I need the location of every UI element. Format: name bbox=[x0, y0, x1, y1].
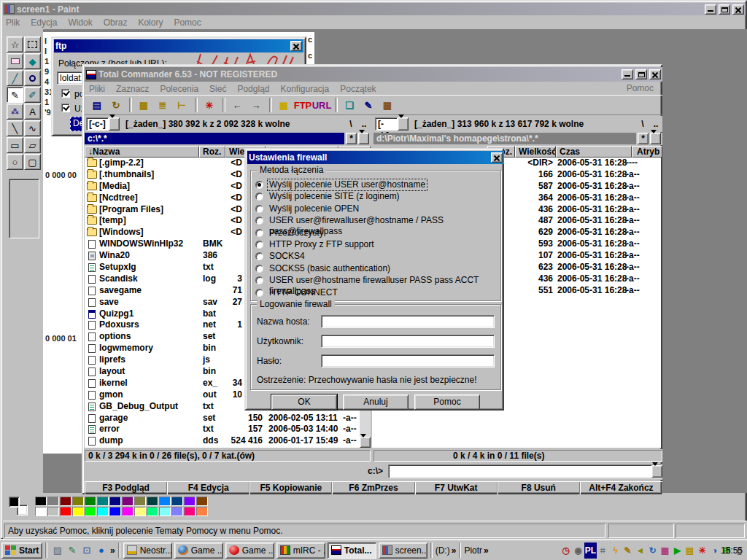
full-view-icon[interactable]: ≣ bbox=[153, 96, 172, 114]
rect-select[interactable] bbox=[24, 36, 41, 52]
piotr-toolbar-label[interactable]: Piotr bbox=[464, 545, 482, 556]
eyedropper[interactable]: ╱ bbox=[7, 70, 23, 86]
tray-globe-icon[interactable]: ◑ bbox=[708, 542, 721, 559]
curve[interactable]: ∿ bbox=[24, 120, 41, 136]
radio-icon[interactable] bbox=[255, 289, 263, 297]
fkey-button[interactable]: F3 Podgląd bbox=[85, 482, 167, 494]
command-line-input[interactable] bbox=[388, 464, 662, 478]
ftp-url-icon[interactable]: URL bbox=[312, 96, 331, 114]
palette-color[interactable] bbox=[72, 497, 84, 506]
text[interactable]: A bbox=[24, 104, 41, 120]
left-root-button[interactable]: \ bbox=[346, 119, 356, 129]
tray-keyboard-layout[interactable]: PL bbox=[584, 542, 597, 559]
firewall-method-option[interactable]: SOCKS5 (basic authentication) bbox=[251, 263, 500, 275]
palette-color[interactable] bbox=[35, 507, 47, 516]
radio-icon[interactable] bbox=[255, 252, 263, 260]
task-button[interactable]: Total... bbox=[328, 542, 376, 559]
tc-menu-item[interactable]: Konfiguracja bbox=[280, 84, 329, 94]
ftp-checkbox-2[interactable] bbox=[61, 104, 70, 112]
field-input[interactable] bbox=[321, 335, 495, 348]
fill[interactable]: ◆ bbox=[24, 53, 41, 69]
ql-notes-icon[interactable]: ✎ bbox=[65, 542, 80, 559]
right-header-size[interactable]: Wielkość bbox=[515, 146, 556, 158]
palette-color[interactable] bbox=[97, 507, 109, 516]
paint-menu-item[interactable]: Pomoc bbox=[174, 18, 201, 28]
task-button[interactable]: screen... bbox=[379, 542, 427, 559]
view-icon[interactable]: ❏ bbox=[340, 96, 359, 114]
maximize-icon[interactable] bbox=[635, 69, 647, 79]
fkey-button[interactable]: F8 Usuń bbox=[498, 482, 580, 494]
radio-icon[interactable] bbox=[255, 181, 263, 189]
palette-color[interactable] bbox=[159, 497, 171, 506]
pack-icon[interactable]: ▩ bbox=[274, 96, 293, 114]
tray-pen-icon[interactable]: ✎ bbox=[622, 542, 634, 559]
tray-mouse-icon[interactable]: ◉ bbox=[572, 542, 584, 559]
fkey-button[interactable]: F7 UtwKat bbox=[415, 482, 498, 494]
left-path-bar[interactable]: c:\*.* bbox=[85, 133, 344, 144]
tray-sync-icon[interactable]: ↻ bbox=[646, 542, 659, 559]
close-icon[interactable] bbox=[491, 152, 503, 163]
palette-color[interactable] bbox=[134, 497, 146, 506]
file-row[interactable]: error txt 157 2006-05-03 14:40 -a-- bbox=[85, 424, 360, 435]
palette-color[interactable] bbox=[159, 507, 171, 516]
tc-menu-help[interactable]: Pomoc bbox=[627, 83, 654, 93]
freeform-select[interactable]: ☆ bbox=[7, 36, 23, 52]
command-history-button[interactable] bbox=[651, 465, 662, 478]
palette-color[interactable] bbox=[35, 497, 47, 506]
palette-color[interactable] bbox=[171, 497, 183, 506]
tc-menu-item[interactable]: Podgląd bbox=[237, 84, 269, 94]
radio-icon[interactable] bbox=[255, 241, 263, 249]
palette-color[interactable] bbox=[109, 507, 121, 516]
radio-icon[interactable] bbox=[255, 217, 263, 225]
tree-view-icon[interactable]: ⊢ bbox=[172, 96, 191, 114]
tray-scheduler-icon[interactable]: ◷ bbox=[560, 542, 572, 559]
right-header-time[interactable]: Czas bbox=[556, 146, 632, 158]
radio-icon[interactable] bbox=[255, 265, 263, 273]
tray-plug-icon[interactable]: ⌗ bbox=[597, 542, 609, 559]
close-icon[interactable] bbox=[649, 69, 661, 79]
palette-color[interactable] bbox=[109, 497, 121, 506]
palette-color[interactable] bbox=[122, 497, 133, 506]
fkey-button[interactable]: F4 Edycja bbox=[167, 482, 249, 494]
tc-menu-item[interactable]: Polecenia bbox=[160, 84, 198, 94]
image-icon[interactable]: ▦ bbox=[378, 96, 397, 114]
right-header-attr[interactable]: Atryb bbox=[632, 146, 662, 158]
close-icon[interactable] bbox=[732, 4, 744, 15]
back-icon[interactable]: ← bbox=[228, 96, 247, 114]
tray-display-icon[interactable]: ▦ bbox=[659, 542, 671, 559]
dialog-button[interactable]: Pomoc bbox=[414, 394, 480, 410]
dialog-button[interactable]: Anuluj bbox=[343, 394, 409, 410]
firewall-method-option[interactable]: USER user@firewalluser@hostname / PASS p… bbox=[251, 215, 500, 227]
field-input[interactable] bbox=[321, 315, 495, 328]
paint-menu-item[interactable]: Widok bbox=[68, 18, 92, 28]
dialog-button[interactable]: OK bbox=[271, 394, 337, 410]
minimize-icon[interactable] bbox=[622, 69, 633, 79]
maximize-icon[interactable] bbox=[719, 4, 730, 15]
eraser[interactable] bbox=[7, 53, 23, 69]
palette-color[interactable] bbox=[196, 497, 208, 506]
airbrush[interactable]: ⁂ bbox=[7, 104, 23, 120]
ql-window-icon[interactable]: ⊡ bbox=[80, 542, 94, 559]
file-row[interactable]: dump dds 524 416 2006-01-17 15:49 -a-- bbox=[85, 435, 360, 447]
forward-icon[interactable]: → bbox=[247, 96, 266, 114]
left-history-button[interactable] bbox=[358, 133, 369, 144]
tray-window-icon[interactable]: ▤ bbox=[684, 542, 696, 559]
field-input[interactable] bbox=[321, 354, 495, 368]
fkey-button[interactable]: Alt+F4 Zakończ bbox=[580, 482, 662, 494]
tc-menu-item[interactable]: Zaznacz bbox=[116, 84, 149, 94]
firewall-method-option[interactable]: Wyślij polecenie USER user@hostname bbox=[251, 179, 500, 191]
select-icon[interactable]: ✳ bbox=[200, 96, 219, 114]
chevron-down-icon[interactable] bbox=[109, 117, 120, 131]
radio-icon[interactable] bbox=[255, 205, 263, 213]
palette-color[interactable] bbox=[147, 497, 158, 506]
edit-icon[interactable]: ✎ bbox=[359, 96, 378, 114]
brief-view-icon[interactable]: ▦ bbox=[134, 96, 153, 114]
right-history-button[interactable] bbox=[650, 133, 661, 144]
paint-menu-item[interactable]: Kolory bbox=[138, 18, 163, 28]
tray-alert-icon[interactable]: ✳ bbox=[696, 542, 708, 559]
firewall-method-option[interactable]: USER user@hostname firewalluser PASS pas… bbox=[251, 275, 500, 287]
save-icon[interactable]: ▤ bbox=[88, 96, 107, 114]
drive-toolbar-chevron[interactable]: » bbox=[452, 545, 457, 556]
right-path-bar[interactable]: d:\Piotr\Maximal's homapege\strona\*.* bbox=[374, 133, 636, 144]
tc-titlebar[interactable]: Total Commander 6.53 - NOT REGISTERED bbox=[85, 67, 662, 82]
